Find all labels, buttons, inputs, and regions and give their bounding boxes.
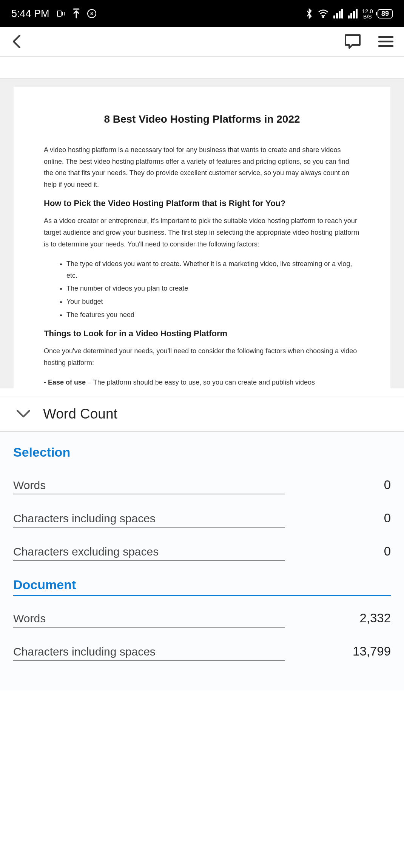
menu-icon[interactable] bbox=[378, 35, 393, 48]
stat-value: 0 bbox=[384, 511, 391, 525]
doc-ease-line: - Ease of use – The platform should be e… bbox=[44, 377, 360, 388]
stat-label: Words bbox=[13, 612, 285, 628]
list-item: Your budget bbox=[66, 296, 360, 308]
doc-section2-para: Once you've determined your needs, you'l… bbox=[44, 345, 360, 368]
app-switch-icon bbox=[56, 9, 65, 18]
list-item: The number of videos you plan to create bbox=[66, 283, 360, 294]
word-count-panel: Word Count Selection Words 0 Characters … bbox=[0, 397, 404, 691]
wifi-icon bbox=[318, 9, 329, 18]
upload-icon bbox=[72, 8, 80, 19]
svg-rect-0 bbox=[57, 11, 61, 16]
stat-row-doc-words: Words 2,332 bbox=[13, 611, 391, 628]
status-time: 5:44 PM bbox=[11, 8, 49, 20]
doc-title: 8 Best Video Hosting Platforms in 2022 bbox=[44, 113, 360, 125]
stat-row-sel-words: Words 0 bbox=[13, 478, 391, 494]
document-viewport[interactable]: 8 Best Video Hosting Platforms in 2022 A… bbox=[0, 79, 404, 388]
notification-badge: 8 bbox=[87, 9, 96, 18]
selection-heading: Selection bbox=[13, 445, 391, 463]
doc-intro: A video hosting platform is a necessary … bbox=[44, 144, 360, 190]
status-right: 12.0 B/S 89 bbox=[305, 8, 393, 19]
speed-value: 12.0 bbox=[362, 8, 373, 14]
stat-value: 0 bbox=[384, 478, 391, 492]
list-item: The type of videos you want to create. W… bbox=[66, 258, 360, 281]
toolbar-spacer bbox=[0, 57, 404, 79]
doc-section1-heading: How to Pick the Video Hosting Platform t… bbox=[44, 199, 360, 208]
stat-label: Characters including spaces bbox=[13, 512, 285, 528]
stat-row-sel-chars-excl: Characters excluding spaces 0 bbox=[13, 544, 391, 561]
stat-value: 13,799 bbox=[353, 644, 391, 659]
bluetooth-icon bbox=[305, 8, 313, 19]
document-heading: Document bbox=[13, 577, 391, 596]
chevron-down-icon[interactable] bbox=[15, 408, 32, 420]
panel-header[interactable]: Word Count bbox=[0, 397, 404, 432]
svg-point-2 bbox=[322, 17, 324, 18]
doc-factors-list: The type of videos you want to create. W… bbox=[44, 258, 360, 320]
stat-row-sel-chars-incl: Characters including spaces 0 bbox=[13, 511, 391, 528]
stat-value: 2,332 bbox=[359, 611, 391, 625]
status-left: 5:44 PM 8 bbox=[11, 8, 96, 20]
panel-title: Word Count bbox=[43, 406, 117, 422]
signal-icon-2 bbox=[348, 9, 358, 18]
back-button[interactable] bbox=[11, 33, 24, 50]
header-actions bbox=[344, 34, 393, 49]
stat-value: 0 bbox=[384, 544, 391, 559]
doc-section2-heading: Things to Look for in a Video Hosting Pl… bbox=[44, 329, 360, 339]
ease-text: – The platform should be easy to use, so… bbox=[86, 379, 315, 386]
battery-indicator: 89 bbox=[378, 9, 393, 18]
status-bar: 5:44 PM 8 12.0 B/S 89 bbox=[0, 0, 404, 27]
stat-label: Characters including spaces bbox=[13, 645, 285, 661]
doc-section1-para: As a video creator or entrepreneur, it's… bbox=[44, 215, 360, 250]
panel-body: Selection Words 0 Characters including s… bbox=[0, 432, 404, 691]
stat-label: Characters excluding spaces bbox=[13, 545, 285, 561]
stat-row-doc-chars-incl: Characters including spaces 13,799 bbox=[13, 644, 391, 661]
speed-unit: B/S bbox=[363, 14, 372, 19]
comment-icon[interactable] bbox=[344, 34, 361, 49]
signal-icon-1 bbox=[333, 9, 343, 18]
app-header bbox=[0, 27, 404, 57]
document-page[interactable]: 8 Best Video Hosting Platforms in 2022 A… bbox=[14, 87, 390, 388]
network-speed: 12.0 B/S bbox=[362, 8, 373, 19]
list-item: The features you need bbox=[66, 309, 360, 321]
ease-label: - Ease of use bbox=[44, 379, 86, 386]
stat-label: Words bbox=[13, 479, 285, 494]
